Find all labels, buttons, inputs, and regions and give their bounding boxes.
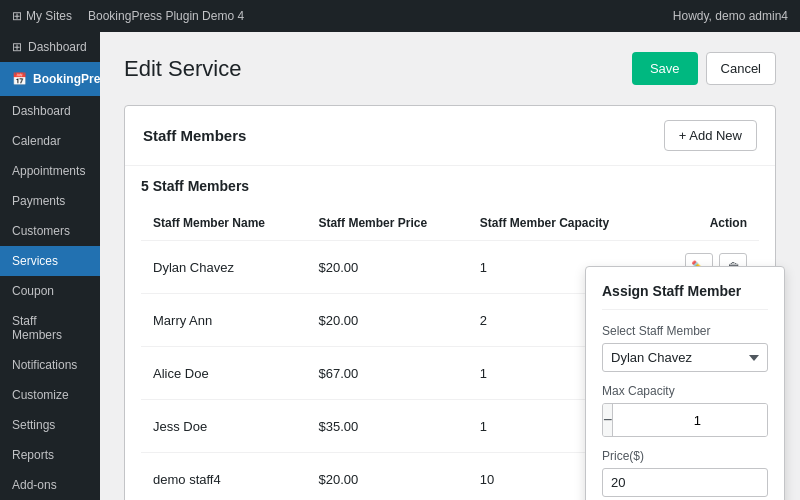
app-layout: ⊞ Dashboard 📅 BookingPress Dashboard Cal… — [0, 32, 800, 500]
col-price: Staff Member Price — [306, 206, 467, 241]
main-content: Edit Service Save Cancel Staff Members +… — [100, 32, 800, 500]
capacity-control: − + — [602, 403, 768, 437]
assign-popup-title: Assign Staff Member — [602, 283, 768, 310]
max-capacity-label: Max Capacity — [602, 384, 768, 398]
capacity-input[interactable] — [612, 404, 768, 436]
header-actions: Save Cancel — [632, 52, 776, 85]
cell-price: $20.00 — [306, 453, 467, 501]
sidebar-item-notifications[interactable]: Notifications — [0, 350, 100, 380]
decrement-button[interactable]: − — [603, 404, 612, 436]
staff-members-card: Staff Members + Add New 5 Staff Members … — [124, 105, 776, 500]
admin-bar-site-name[interactable]: BookingPress Plugin Demo 4 — [88, 9, 244, 23]
sidebar-item-payments[interactable]: Payments — [0, 186, 100, 216]
admin-bar-my-sites[interactable]: ⊞ My Sites — [12, 9, 72, 23]
assign-staff-popup: Assign Staff Member Select Staff Member … — [585, 266, 785, 500]
admin-bar-greeting: Howdy, demo admin4 — [673, 9, 788, 23]
col-capacity: Staff Member Capacity — [468, 206, 655, 241]
sidebar-item-coupon[interactable]: Coupon — [0, 276, 100, 306]
admin-bar: ⊞ My Sites BookingPress Plugin Demo 4 Ho… — [0, 0, 800, 32]
cell-name: Marry Ann — [141, 294, 306, 347]
dashboard-icon: ⊞ — [12, 40, 22, 54]
cancel-button[interactable]: Cancel — [706, 52, 776, 85]
cell-price: $20.00 — [306, 241, 467, 294]
save-button[interactable]: Save — [632, 52, 698, 85]
sidebar-item-dashboard2[interactable]: Dashboard — [0, 96, 100, 126]
cell-name: demo staff4 — [141, 453, 306, 501]
sidebar-item-dashboard[interactable]: ⊞ Dashboard — [0, 32, 100, 62]
col-name: Staff Member Name — [141, 206, 306, 241]
sidebar-item-customize[interactable]: Customize — [0, 380, 100, 410]
cell-price: $67.00 — [306, 347, 467, 400]
sidebar-item-reports[interactable]: Reports — [0, 440, 100, 470]
cell-price: $20.00 — [306, 294, 467, 347]
add-new-button[interactable]: + Add New — [664, 120, 757, 151]
staff-count: 5 Staff Members — [141, 178, 759, 194]
cell-price: $35.00 — [306, 400, 467, 453]
table-container: 5 Staff Members Staff Member Name Staff … — [125, 166, 775, 500]
sidebar-item-appointments[interactable]: Appointments — [0, 156, 100, 186]
price-input[interactable] — [602, 468, 768, 497]
sidebar-item-staff-members[interactable]: Staff Members — [0, 306, 100, 350]
price-label: Price($) — [602, 449, 768, 463]
col-action: Action — [654, 206, 759, 241]
sidebar-item-add-ons[interactable]: Add-ons — [0, 470, 100, 500]
wp-icon: ⊞ — [12, 9, 22, 23]
page-title: Edit Service — [124, 56, 241, 82]
staff-select[interactable]: Dylan Chavez — [602, 343, 768, 372]
sidebar-item-customers[interactable]: Customers — [0, 216, 100, 246]
page-header: Edit Service Save Cancel — [124, 52, 776, 85]
bookingpress-icon: 📅 — [12, 72, 27, 86]
staff-members-card-header: Staff Members + Add New — [125, 106, 775, 166]
sidebar: ⊞ Dashboard 📅 BookingPress Dashboard Cal… — [0, 32, 100, 500]
cell-name: Dylan Chavez — [141, 241, 306, 294]
select-staff-label: Select Staff Member — [602, 324, 768, 338]
staff-members-title: Staff Members — [143, 127, 246, 144]
sidebar-bookingpress[interactable]: 📅 BookingPress — [0, 62, 100, 96]
cell-name: Alice Doe — [141, 347, 306, 400]
sidebar-item-settings[interactable]: Settings — [0, 410, 100, 440]
cell-name: Jess Doe — [141, 400, 306, 453]
sidebar-item-calendar[interactable]: Calendar — [0, 126, 100, 156]
sidebar-item-services[interactable]: Services — [0, 246, 100, 276]
table-header-row: Staff Member Name Staff Member Price Sta… — [141, 206, 759, 241]
